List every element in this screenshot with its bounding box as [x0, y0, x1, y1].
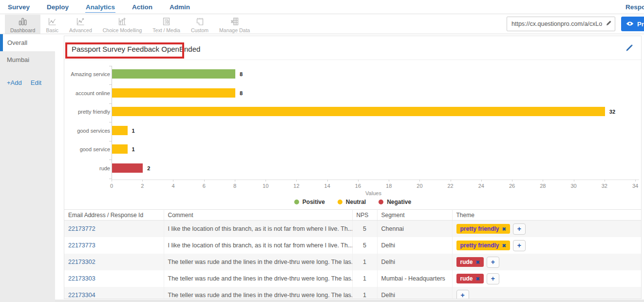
response-id-link[interactable]: 22173303	[68, 275, 95, 282]
legend-entry-negative: Negative	[379, 199, 411, 205]
x-tick-label: 4	[171, 183, 174, 189]
sidebar-item-mumbai[interactable]: Mumbai	[0, 51, 55, 68]
theme-cell: +	[456, 287, 638, 299]
nav-item-action[interactable]: Action	[132, 1, 153, 12]
category-label: pretty friendly	[69, 109, 110, 115]
x-tick-label: 20	[417, 183, 422, 189]
bar-account-online[interactable]	[112, 88, 235, 98]
add-theme-button[interactable]: +	[513, 240, 526, 251]
theme-tag-pretty-friendly[interactable]: pretty friendly✖	[456, 224, 510, 234]
add-theme-button[interactable]: +	[456, 290, 469, 300]
add-dashboard-link[interactable]: +Add	[7, 79, 22, 86]
nav-item-analytics[interactable]: Analytics	[85, 1, 115, 13]
table-row: 22173303The teller was rude and the line…	[64, 270, 641, 287]
y-axis-tick	[109, 66, 112, 66]
x-axis-tick	[543, 180, 543, 181]
bar-rude[interactable]	[112, 163, 143, 173]
column-header-comment: Comment	[164, 210, 352, 221]
bar-amazing-service[interactable]	[112, 69, 235, 79]
nav-item-survey[interactable]: Survey	[7, 1, 30, 12]
theme-tag-rude[interactable]: rude✖	[456, 257, 484, 267]
response-id-link[interactable]: 22173773	[68, 242, 95, 249]
table-row: 22173772I like the location of this bran…	[64, 221, 641, 238]
category-label: account online	[69, 90, 110, 96]
survey-url-field[interactable]: https://cx.questionpro.com/a/cxLogin	[507, 17, 615, 31]
toolbar-item-label: Dashboard	[10, 27, 35, 33]
spreadsheet-icon	[229, 16, 240, 27]
sidebar-links: +Add Edit	[0, 79, 55, 86]
theme-tag-rude[interactable]: rude✖	[456, 274, 484, 283]
toolbar-item-label: Basic	[46, 27, 58, 33]
remove-tag-icon[interactable]: ✖	[502, 243, 506, 248]
remove-tag-icon[interactable]: ✖	[502, 226, 506, 232]
bar-good-service[interactable]	[112, 144, 128, 154]
legend-label: Neutral	[346, 199, 366, 205]
toolbar-item-custom[interactable]: Custom	[186, 15, 214, 34]
response-id-link[interactable]: 22173302	[68, 259, 95, 265]
survey-url-value[interactable]: https://cx.questionpro.com/a/cxLogin	[507, 20, 602, 27]
theme-cell: pretty friendly✖+	[456, 237, 638, 254]
comment-cell: I like the location of this branch, as i…	[164, 237, 352, 254]
nps-score: 1	[352, 270, 377, 287]
x-tick-label: 30	[570, 183, 576, 189]
legend-entry-neutral: Neutral	[338, 199, 366, 205]
legend-label: Positive	[303, 199, 325, 205]
toolbar-item-advanced[interactable]: Advanced	[64, 15, 97, 34]
toolbar-item-basic[interactable]: Basic	[40, 15, 64, 34]
bar-pretty-friendly[interactable]	[112, 107, 605, 116]
card-header: Passport Survey Feedback OpenEnded	[64, 36, 641, 60]
custom-icon	[195, 16, 205, 27]
toolbar-item-dashboard[interactable]: Dashboard	[5, 15, 40, 34]
category-label: Amazing service	[69, 71, 110, 77]
add-theme-button[interactable]: +	[513, 223, 526, 235]
toolbar-item-label: Advanced	[69, 27, 92, 33]
comment-cell: The teller was rude and the lines in the…	[164, 270, 352, 287]
eye-icon	[626, 20, 634, 28]
x-tick-label: 28	[540, 183, 546, 189]
toolbar-item-label: Choice Modelling	[103, 27, 142, 33]
toolbar-item-choice-modelling[interactable]: Choice Modelling	[97, 15, 148, 34]
nav-responses-link[interactable]: Respon	[625, 3, 644, 11]
x-axis-tick	[389, 180, 389, 181]
category-label: good service	[69, 146, 110, 152]
text-media-icon	[161, 16, 171, 27]
theme-cell: pretty friendly✖+	[456, 221, 638, 237]
segment-cell: Delhi	[377, 254, 452, 270]
nav-item-deploy[interactable]: Deploy	[46, 1, 69, 12]
add-theme-button[interactable]: +	[487, 257, 499, 268]
x-tick-label: 14	[324, 183, 330, 189]
edit-widget-icon[interactable]	[625, 44, 633, 53]
toolbar-item-label: Manage Data	[219, 27, 250, 33]
x-axis-tick	[419, 180, 420, 181]
bar-value-label: 8	[240, 90, 243, 96]
nps-score: 1	[352, 254, 377, 270]
response-id-link[interactable]: 22173772	[68, 225, 95, 232]
edit-url-button[interactable]	[602, 17, 615, 31]
response-id-link[interactable]: 22173304	[68, 292, 95, 299]
toolbar-item-text-media[interactable]: Text / Media	[147, 15, 186, 34]
nav-items: SurveyDeployAnalyticsActionAdmin	[7, 0, 190, 14]
category-label: rude	[69, 165, 110, 171]
table-row: 22173302The teller was rude and the line…	[64, 254, 641, 270]
bar-value-label: 1	[132, 146, 135, 152]
theme-tag-pretty-friendly[interactable]: pretty friendly✖	[456, 241, 510, 250]
add-theme-button[interactable]: +	[487, 273, 499, 284]
theme-tag-label: rude	[460, 259, 473, 265]
x-tick-label: 10	[263, 183, 268, 189]
x-axis-tick	[635, 180, 636, 181]
analytics-toolbar: DashboardBasicAdvancedChoice ModellingTe…	[0, 14, 644, 34]
toolbar-items: DashboardBasicAdvancedChoice ModellingTe…	[5, 15, 255, 34]
sidebar-item-overall[interactable]: Overall	[0, 34, 55, 51]
nav-item-admin[interactable]: Admin	[169, 1, 190, 12]
x-tick-label: 16	[355, 183, 361, 189]
x-tick-label: 34	[632, 183, 638, 189]
remove-tag-icon[interactable]: ✖	[476, 260, 480, 265]
preview-button[interactable]: Prev	[621, 17, 644, 31]
remove-tag-icon[interactable]: ✖	[476, 276, 480, 282]
y-axis-tick	[109, 103, 112, 104]
bar-good-services[interactable]	[112, 126, 128, 135]
x-axis-tick	[142, 180, 143, 181]
toolbar-item-manage-data[interactable]: Manage Data	[214, 15, 255, 34]
content-gap	[55, 34, 64, 300]
edit-dashboard-link[interactable]: Edit	[31, 79, 41, 86]
